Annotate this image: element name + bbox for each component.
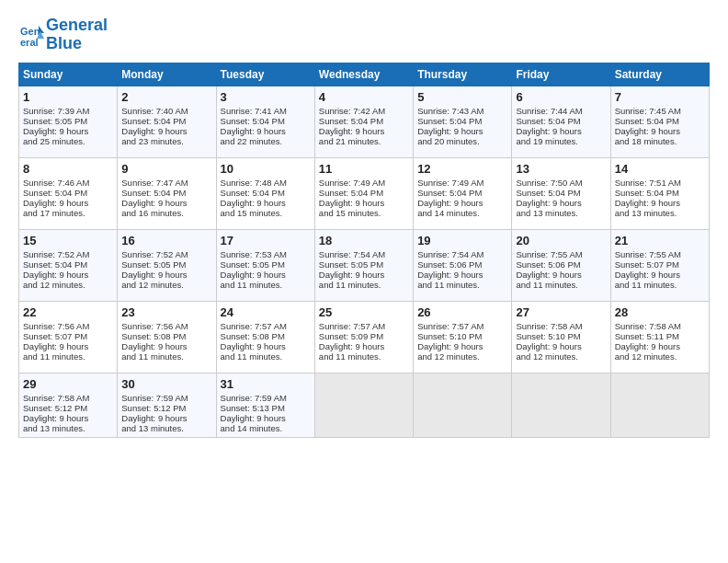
cell-line: Daylight: 9 hours bbox=[319, 270, 409, 280]
calendar-cell bbox=[314, 373, 413, 437]
calendar-cell: 18Sunrise: 7:54 AMSunset: 5:05 PMDayligh… bbox=[314, 229, 413, 301]
calendar-cell: 6Sunrise: 7:44 AMSunset: 5:04 PMDaylight… bbox=[512, 86, 610, 157]
cell-line: and 11 minutes. bbox=[221, 280, 311, 290]
cell-line: and 14 minutes. bbox=[417, 208, 507, 218]
weekday-header-tuesday: Tuesday bbox=[216, 63, 314, 86]
weekday-header-thursday: Thursday bbox=[414, 63, 512, 86]
cell-line: Daylight: 9 hours bbox=[23, 126, 113, 136]
cell-line: Sunrise: 7:56 AM bbox=[23, 321, 113, 331]
day-number: 22 bbox=[23, 305, 113, 319]
cell-line: Sunset: 5:04 PM bbox=[221, 188, 311, 198]
calendar-cell bbox=[512, 373, 610, 437]
cell-line: Daylight: 9 hours bbox=[121, 270, 211, 280]
calendar-cell: 28Sunrise: 7:58 AMSunset: 5:11 PMDayligh… bbox=[610, 301, 709, 373]
cell-line: Sunrise: 7:55 AM bbox=[516, 249, 606, 259]
cell-line: Sunrise: 7:47 AM bbox=[121, 178, 211, 188]
calendar-cell: 20Sunrise: 7:55 AMSunset: 5:06 PMDayligh… bbox=[512, 229, 610, 301]
cell-line: Sunset: 5:04 PM bbox=[516, 116, 606, 126]
day-number: 8 bbox=[23, 162, 113, 176]
day-number: 3 bbox=[221, 90, 311, 104]
page: Gen eral General Blue SundayMondayTuesda… bbox=[0, 0, 728, 447]
cell-line: Daylight: 9 hours bbox=[615, 341, 705, 351]
calendar-body: 1Sunrise: 7:39 AMSunset: 5:05 PMDaylight… bbox=[19, 86, 710, 437]
cell-line: Daylight: 9 hours bbox=[319, 198, 409, 208]
cell-line: Sunrise: 7:45 AM bbox=[615, 106, 705, 116]
cell-line: Sunset: 5:12 PM bbox=[121, 403, 211, 413]
calendar-cell: 12Sunrise: 7:49 AMSunset: 5:04 PMDayligh… bbox=[414, 157, 512, 229]
cell-line: Sunrise: 7:57 AM bbox=[221, 321, 311, 331]
day-number: 25 bbox=[319, 305, 409, 319]
cell-line: Daylight: 9 hours bbox=[23, 341, 113, 351]
cell-line: and 19 minutes. bbox=[516, 136, 606, 146]
cell-line: Sunrise: 7:41 AM bbox=[221, 106, 311, 116]
cell-line: Sunrise: 7:58 AM bbox=[615, 321, 705, 331]
day-number: 29 bbox=[23, 377, 113, 391]
cell-line: and 11 minutes. bbox=[516, 280, 606, 290]
cell-line: Daylight: 9 hours bbox=[516, 341, 606, 351]
cell-line: Daylight: 9 hours bbox=[516, 126, 606, 136]
cell-line: Sunset: 5:04 PM bbox=[121, 188, 211, 198]
cell-line: Sunrise: 7:52 AM bbox=[121, 249, 211, 259]
cell-line: Daylight: 9 hours bbox=[417, 126, 507, 136]
calendar-cell: 25Sunrise: 7:57 AMSunset: 5:09 PMDayligh… bbox=[314, 301, 413, 373]
cell-line: and 13 minutes. bbox=[516, 208, 606, 218]
cell-line: Sunrise: 7:44 AM bbox=[516, 106, 606, 116]
cell-line: Sunset: 5:04 PM bbox=[121, 116, 211, 126]
calendar-cell: 14Sunrise: 7:51 AMSunset: 5:04 PMDayligh… bbox=[610, 157, 709, 229]
cell-line: Sunset: 5:05 PM bbox=[221, 259, 311, 270]
cell-line: Sunset: 5:04 PM bbox=[615, 188, 705, 198]
cell-line: Daylight: 9 hours bbox=[319, 126, 409, 136]
calendar-cell: 24Sunrise: 7:57 AMSunset: 5:08 PMDayligh… bbox=[216, 301, 314, 373]
calendar-cell: 23Sunrise: 7:56 AMSunset: 5:08 PMDayligh… bbox=[118, 301, 216, 373]
cell-line: Sunset: 5:04 PM bbox=[23, 259, 113, 270]
cell-line: Sunrise: 7:49 AM bbox=[417, 178, 507, 188]
cell-line: Sunset: 5:05 PM bbox=[319, 259, 409, 270]
logo: Gen eral General Blue bbox=[18, 17, 108, 53]
cell-line: and 13 minutes. bbox=[615, 208, 705, 218]
cell-line: Sunrise: 7:57 AM bbox=[319, 321, 409, 331]
calendar-cell: 13Sunrise: 7:50 AMSunset: 5:04 PMDayligh… bbox=[512, 157, 610, 229]
day-number: 12 bbox=[417, 162, 507, 176]
cell-line: Sunset: 5:09 PM bbox=[319, 331, 409, 341]
cell-line: and 16 minutes. bbox=[121, 208, 211, 218]
cell-line: Daylight: 9 hours bbox=[516, 270, 606, 280]
cell-line: and 15 minutes. bbox=[319, 208, 409, 218]
cell-line: and 13 minutes. bbox=[121, 423, 211, 433]
cell-line: and 25 minutes. bbox=[23, 136, 113, 146]
calendar-week-3: 15Sunrise: 7:52 AMSunset: 5:04 PMDayligh… bbox=[19, 229, 710, 301]
calendar-cell: 26Sunrise: 7:57 AMSunset: 5:10 PMDayligh… bbox=[414, 301, 512, 373]
cell-line: Sunset: 5:04 PM bbox=[221, 116, 311, 126]
cell-line: and 12 minutes. bbox=[516, 351, 606, 362]
cell-line: Sunrise: 7:50 AM bbox=[516, 178, 606, 188]
cell-line: Sunset: 5:04 PM bbox=[319, 116, 409, 126]
cell-line: and 11 minutes. bbox=[615, 280, 705, 290]
day-number: 19 bbox=[417, 234, 507, 247]
calendar-cell: 22Sunrise: 7:56 AMSunset: 5:07 PMDayligh… bbox=[19, 301, 118, 373]
calendar-week-5: 29Sunrise: 7:58 AMSunset: 5:12 PMDayligh… bbox=[19, 373, 710, 437]
weekday-row: SundayMondayTuesdayWednesdayThursdayFrid… bbox=[19, 63, 710, 86]
cell-line: and 11 minutes. bbox=[121, 351, 211, 362]
calendar-week-4: 22Sunrise: 7:56 AMSunset: 5:07 PMDayligh… bbox=[19, 301, 710, 373]
calendar-cell: 8Sunrise: 7:46 AMSunset: 5:04 PMDaylight… bbox=[19, 157, 118, 229]
day-number: 15 bbox=[23, 234, 113, 247]
cell-line: Sunset: 5:07 PM bbox=[23, 331, 113, 341]
calendar-cell: 7Sunrise: 7:45 AMSunset: 5:04 PMDaylight… bbox=[610, 86, 709, 157]
svg-text:Gen: Gen bbox=[20, 26, 40, 37]
calendar-cell: 15Sunrise: 7:52 AMSunset: 5:04 PMDayligh… bbox=[19, 229, 118, 301]
day-number: 26 bbox=[417, 305, 507, 319]
cell-line: and 12 minutes. bbox=[121, 280, 211, 290]
calendar-cell bbox=[610, 373, 709, 437]
day-number: 7 bbox=[615, 90, 705, 104]
cell-line: and 21 minutes. bbox=[319, 136, 409, 146]
calendar-cell: 19Sunrise: 7:54 AMSunset: 5:06 PMDayligh… bbox=[414, 229, 512, 301]
calendar-cell: 31Sunrise: 7:59 AMSunset: 5:13 PMDayligh… bbox=[216, 373, 314, 437]
day-number: 4 bbox=[319, 90, 409, 104]
cell-line: Sunrise: 7:55 AM bbox=[615, 249, 705, 259]
calendar-cell: 5Sunrise: 7:43 AMSunset: 5:04 PMDaylight… bbox=[414, 86, 512, 157]
cell-line: and 22 minutes. bbox=[221, 136, 311, 146]
cell-line: Sunrise: 7:54 AM bbox=[417, 249, 507, 259]
day-number: 13 bbox=[516, 162, 606, 176]
weekday-header-wednesday: Wednesday bbox=[314, 63, 413, 86]
cell-line: Sunrise: 7:52 AM bbox=[23, 249, 113, 259]
calendar-cell: 9Sunrise: 7:47 AMSunset: 5:04 PMDaylight… bbox=[118, 157, 216, 229]
